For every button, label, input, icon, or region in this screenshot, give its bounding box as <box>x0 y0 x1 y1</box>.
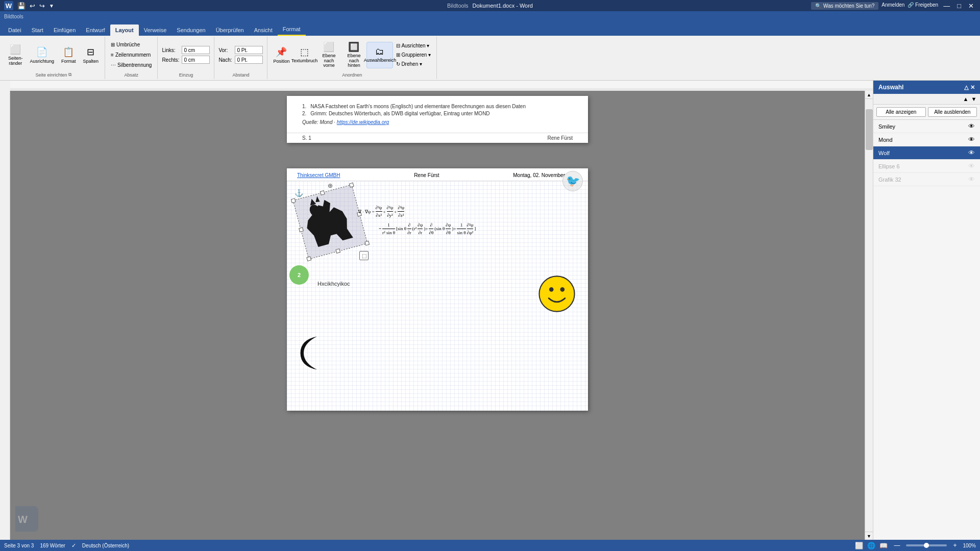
svg-marker-3 <box>309 198 316 205</box>
vertical-scrollbar[interactable]: ▲ ▼ <box>865 91 873 540</box>
pane-item-smiley[interactable]: Smiley 👁 <box>873 120 980 133</box>
wolf-image <box>293 185 368 259</box>
page-info: Seite 3 von 3 <box>4 543 34 548</box>
scroll-up-btn[interactable]: ▲ <box>865 91 873 99</box>
zoom-out-btn[interactable]: — <box>892 542 902 549</box>
ebene-vorne-btn[interactable]: ⬜ Ebene nachvorne <box>316 42 341 68</box>
abstand-nach-input[interactable] <box>235 56 263 64</box>
smiley-face[interactable] <box>538 276 575 312</box>
rechts-label: Rechts: <box>162 57 180 63</box>
einzug-rechts-input[interactable] <box>182 56 210 64</box>
zeilennummern-btn[interactable]: ≡ Zeilennummern <box>108 51 154 60</box>
source-link[interactable]: https://de.wikipedia.org <box>337 119 389 125</box>
umbrueche-btn[interactable]: ⊞ Umbrüche <box>108 40 154 49</box>
pane-items-list: Smiley 👁 Mond 👁 Wolf 👁 Ellipse 6 👁 Grafi… <box>873 120 980 540</box>
einzug-links-input[interactable] <box>182 46 210 54</box>
silbentrennung-btn[interactable]: ⋯ Silbentrennung <box>108 61 154 70</box>
tab-format[interactable]: Format <box>278 23 306 36</box>
vor-label: Vor: <box>218 47 233 53</box>
seitenraender-btn[interactable]: ⬜ Seiten-ränder <box>5 42 26 68</box>
format-btn[interactable]: 📋 Format <box>58 42 79 68</box>
auswahlbereich-btn[interactable]: 🗂 Auswahlbereich <box>366 42 393 68</box>
pane-item-smiley-eye[interactable]: 👁 <box>968 122 975 130</box>
moon-image[interactable] <box>297 333 330 375</box>
sel-handle-bm[interactable] <box>335 248 340 254</box>
einzug-label: Einzug <box>162 72 210 78</box>
drehen-btn[interactable]: ↻ Drehen ▾ <box>394 60 433 68</box>
source-label: Quelle: Mond · <box>302 119 337 125</box>
tab-einfuegen[interactable]: Einfügen <box>48 24 81 36</box>
spell-check-icon[interactable]: ✓ <box>71 542 76 549</box>
spalten-btn[interactable]: ⊟ Spalten <box>80 42 102 68</box>
pane-item-grafik[interactable]: Grafik 32 👁 <box>873 173 980 186</box>
pane-item-grafik-label: Grafik 32 <box>878 177 901 183</box>
gruppieren-btn[interactable]: ⊞ Gruppieren ▾ <box>394 51 433 59</box>
seite-einrichten-expand[interactable]: ⧉ <box>68 72 71 78</box>
share-btn[interactable]: 🔗 Freigeben <box>908 2 938 10</box>
pane-expand-btn[interactable]: △ <box>964 84 968 91</box>
tab-ueberpruefen[interactable]: Überprüfen <box>211 24 249 36</box>
pane-item-mond-eye[interactable]: 👁 <box>968 136 975 143</box>
tab-datei[interactable]: Datei <box>3 24 27 36</box>
abstand-vor-input[interactable] <box>235 46 263 54</box>
textumbruch-btn[interactable]: ⬚ Textumbruch <box>292 42 316 68</box>
sel-handle-bl[interactable] <box>306 256 311 261</box>
quick-access-redo[interactable]: ↪ <box>39 2 45 10</box>
ellipse-6[interactable]: 2 <box>289 265 309 285</box>
pane-scroll-up[interactable]: ▲ <box>962 95 970 103</box>
help-search[interactable]: 🔍 Was möchten Sie tun? <box>811 2 878 10</box>
status-bar: Seite 3 von 3 169 Wörter ✓ Deutsch (Öste… <box>0 540 980 551</box>
sel-handle-tr[interactable] <box>349 183 354 188</box>
quick-access-undo[interactable]: ↩ <box>30 2 35 10</box>
pane-item-wolf-label: Wolf <box>878 150 890 156</box>
page-break <box>287 148 588 163</box>
tab-ansicht[interactable]: Ansicht <box>249 24 278 36</box>
scroll-down-btn[interactable]: ▼ <box>865 532 873 540</box>
pane-item-wolf[interactable]: Wolf 👁 <box>873 146 980 160</box>
minimize-btn[interactable]: — <box>941 2 952 10</box>
pane-item-wolf-eye[interactable]: 👁 <box>968 149 975 157</box>
wolf-container[interactable]: ⊕ <box>300 191 361 253</box>
company-link[interactable]: Thinksecret GMBH <box>297 172 340 178</box>
view-web-btn[interactable]: 🌐 <box>867 542 875 549</box>
tab-sendungen[interactable]: Sendungen <box>172 24 210 36</box>
rotation-handle[interactable]: ⊕ <box>328 182 333 189</box>
view-read-btn[interactable]: 📖 <box>879 542 888 549</box>
scroll-thumb[interactable] <box>866 109 873 150</box>
svg-point-6 <box>549 287 554 292</box>
text-content[interactable]: Hxcikhcyikoc <box>317 281 350 287</box>
show-all-btn[interactable]: Alle anzeigen <box>876 107 926 117</box>
pane-item-ellipse[interactable]: Ellipse 6 👁 <box>873 160 980 173</box>
hide-all-btn[interactable]: Alle ausblenden <box>928 107 977 117</box>
close-btn[interactable]: ✕ <box>966 2 976 10</box>
maximize-btn[interactable]: □ <box>955 2 963 10</box>
pane-item-grafik-eye[interactable]: 👁 <box>968 176 975 183</box>
quick-access-save[interactable]: 💾 <box>17 2 26 10</box>
list-item-1: NASA Factsheet on Earth's moons (Englisc… <box>310 104 526 109</box>
ausrichten-btn[interactable]: ⊟ Ausrichten ▾ <box>394 42 433 50</box>
tab-verweise[interactable]: Verweise <box>139 24 172 36</box>
ebene-hinten-btn[interactable]: 🔲 Ebene nachhinten <box>341 42 366 68</box>
zoom-percent: 100% <box>963 543 976 548</box>
links-label: Links: <box>162 47 180 53</box>
tab-entwurf[interactable]: Entwurf <box>81 24 110 36</box>
zoom-in-btn[interactable]: + <box>951 542 959 549</box>
quick-access-more[interactable]: ▼ <box>49 3 54 9</box>
ausrichtung-btn[interactable]: 📄 Ausrichtung <box>27 42 58 68</box>
zoom-slider[interactable] <box>906 544 947 546</box>
pane-close-btn[interactable]: ✕ <box>970 84 975 91</box>
pane-item-mond[interactable]: Mond 👁 <box>873 133 980 146</box>
view-normal-btn[interactable]: ⬜ <box>855 542 863 549</box>
sign-in-btn[interactable]: Anmelden <box>881 2 904 10</box>
bildtools-label: Bildtools <box>4 14 23 19</box>
resize-icon[interactable]: ⬚ <box>359 251 369 260</box>
position-btn[interactable]: 📌 Position <box>271 42 292 68</box>
tab-start[interactable]: Start <box>27 24 48 36</box>
seite-einrichten-label: Seite einrichten ⧉ <box>5 72 102 78</box>
page-1: 1. NASA Factsheet on Earth's moons (Engl… <box>287 96 588 143</box>
pane-scroll-down[interactable]: ▼ <box>970 95 978 103</box>
sel-handle-br[interactable] <box>364 241 370 246</box>
tab-layout[interactable]: Layout <box>110 24 139 36</box>
page-header-author: Rene Fürst <box>414 172 439 178</box>
pane-item-ellipse-eye[interactable]: 👁 <box>968 162 975 170</box>
